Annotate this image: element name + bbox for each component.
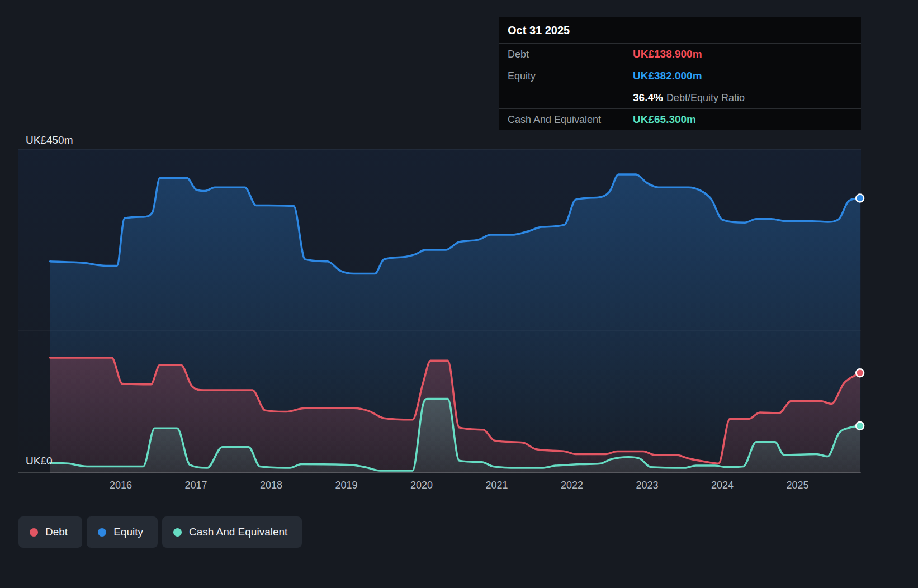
y-axis-label-top: UK£450m [26, 134, 73, 146]
legend-item-cash[interactable]: Cash And Equivalent [162, 516, 302, 548]
tooltip-ratio: 36.4%Debt/Equity Ratio [633, 92, 745, 104]
x-axis-label-2017: 2017 [171, 480, 221, 491]
tooltip-row-cash: Cash And Equivalent UK£65.300m [499, 109, 861, 130]
x-axis-label-2020: 2020 [396, 480, 447, 491]
tooltip-ratio-label: Debt/Equity Ratio [666, 92, 745, 103]
tooltip-ratio-value: 36.4% [633, 92, 663, 103]
tooltip-row-equity: Equity UK£382.000m [499, 65, 861, 87]
y-axis-label-bottom: UK£0 [26, 455, 53, 467]
tooltip-equity-value: UK£382.000m [633, 70, 702, 82]
tooltip: Oct 31 2025 Debt UK£138.900m Equity UK£3… [499, 17, 861, 130]
tooltip-row-debt: Debt UK£138.900m [499, 44, 861, 65]
cash-legend-dot [173, 528, 182, 537]
legend-item-label: Cash And Equivalent [189, 526, 287, 538]
equity-endpoint-dot [856, 194, 864, 202]
x-axis-label-2018: 2018 [246, 480, 296, 491]
tooltip-date: Oct 31 2025 [499, 17, 861, 44]
debt-endpoint-dot [856, 369, 864, 377]
tooltip-equity-label: Equity [508, 70, 633, 82]
tooltip-row-ratio: 36.4%Debt/Equity Ratio [499, 87, 861, 109]
x-axis-label-2021: 2021 [472, 480, 522, 491]
chart-legend: DebtEquityCash And Equivalent [18, 516, 302, 548]
tooltip-debt-value: UK£138.900m [633, 48, 702, 60]
tooltip-debt-label: Debt [508, 49, 633, 60]
x-axis-label-2025: 2025 [773, 480, 823, 491]
legend-item-equity[interactable]: Equity [87, 516, 158, 548]
x-axis-label-2016: 2016 [96, 480, 146, 491]
legend-item-label: Debt [45, 526, 68, 538]
tooltip-cash-value: UK£65.300m [633, 113, 696, 126]
legend-item-label: Equity [113, 526, 143, 538]
tooltip-cash-label: Cash And Equivalent [508, 114, 633, 126]
debt-legend-dot [30, 528, 38, 537]
x-axis-label-2024: 2024 [697, 480, 747, 491]
x-axis-label-2019: 2019 [321, 480, 372, 491]
equity-legend-dot [98, 528, 106, 537]
x-axis-label-2022: 2022 [547, 480, 597, 491]
x-axis-label-2023: 2023 [622, 480, 673, 491]
legend-item-debt[interactable]: Debt [18, 516, 82, 548]
cash-endpoint-dot [856, 422, 864, 430]
